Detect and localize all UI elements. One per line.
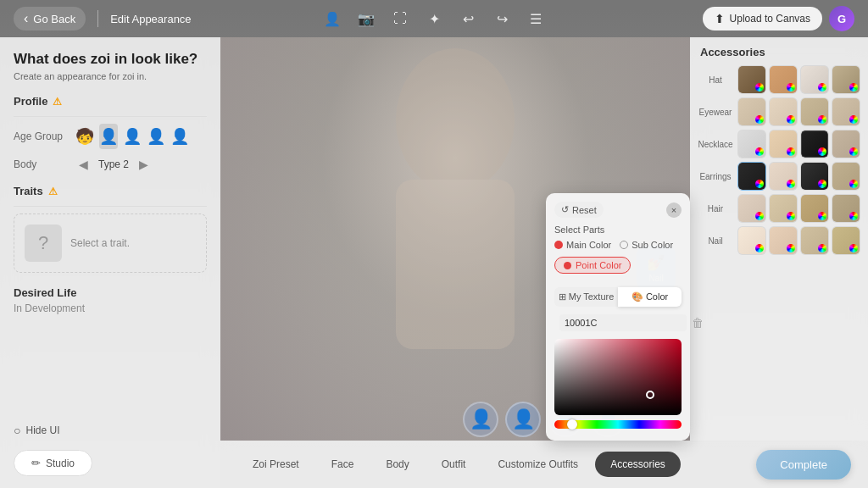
- studio-button[interactable]: ✏ Studio: [14, 450, 92, 476]
- top-divider: [97, 10, 98, 27]
- tab-texture-icon: ⊞: [559, 291, 566, 302]
- more-menu-icon[interactable]: ☰: [524, 7, 548, 30]
- select-parts-label: Select Parts: [554, 225, 682, 235]
- hair-option-1[interactable]: [737, 194, 766, 223]
- person-icon[interactable]: 👤: [320, 7, 344, 30]
- trait-icon: ?: [25, 225, 62, 262]
- undo-icon[interactable]: ↩: [456, 7, 480, 30]
- back-button[interactable]: ‹ Go Back: [14, 7, 86, 30]
- necklace-option-3[interactable]: [800, 130, 829, 158]
- color-hex-input[interactable]: [559, 314, 687, 331]
- eyewear-option-1[interactable]: [737, 97, 766, 126]
- body-next-button[interactable]: ▶: [136, 156, 152, 173]
- tab-zoi-preset[interactable]: Zoi Preset: [237, 452, 314, 477]
- upload-icon: ⬆: [715, 12, 725, 25]
- hat-option-1[interactable]: [737, 65, 766, 94]
- hair-option-2[interactable]: [769, 194, 798, 223]
- profile-section-header: Profile ⚠: [14, 95, 207, 108]
- color-reset-button[interactable]: ↺ Reset: [554, 202, 604, 218]
- tab-customize-outfits[interactable]: Customize Outfits: [482, 452, 593, 477]
- complete-label: Complete: [780, 458, 827, 471]
- parts-options: Main Color Sub Color: [554, 240, 682, 250]
- hue-thumb: [567, 419, 577, 430]
- age-figure-2[interactable]: 👤: [99, 124, 118, 149]
- age-figure-3[interactable]: 👤: [123, 124, 142, 149]
- hair-option-4[interactable]: [832, 194, 860, 223]
- traits-section: Traits ⚠ ? Select a trait.: [14, 185, 207, 273]
- trait-placeholder-text: Select a trait.: [70, 237, 130, 249]
- nail-option-3[interactable]: [800, 226, 829, 255]
- nail-options: [737, 226, 860, 255]
- necklace-option-1[interactable]: [737, 130, 766, 158]
- tab-body[interactable]: Body: [370, 452, 424, 477]
- eyewear-option-2[interactable]: [769, 97, 798, 126]
- traits-divider: [14, 206, 207, 207]
- svg-point-0: [396, 48, 515, 192]
- question-title: What does zoi in look like?: [14, 51, 207, 68]
- earrings-option-4[interactable]: [832, 162, 860, 191]
- hat-option-3[interactable]: [800, 65, 829, 94]
- main-color-option[interactable]: Main Color: [554, 240, 611, 250]
- upload-to-canvas-button[interactable]: ⬆ Upload to Canvas: [703, 7, 822, 30]
- trait-selector[interactable]: ? Select a trait.: [14, 214, 207, 273]
- hat-row: Hat: [697, 65, 861, 94]
- age-figure-4[interactable]: 👤: [147, 124, 165, 149]
- necklace-options: [737, 130, 860, 158]
- color-picker-close-button[interactable]: ×: [666, 202, 682, 218]
- avatar-preview-2[interactable]: 👤: [505, 402, 541, 437]
- body-prev-button[interactable]: ◀: [75, 156, 92, 173]
- complete-button[interactable]: Complete: [756, 450, 851, 480]
- earrings-option-3[interactable]: [800, 162, 829, 191]
- tab-face[interactable]: Face: [316, 452, 370, 477]
- eyewear-option-3[interactable]: [800, 97, 829, 126]
- age-group-row: Age Group 🧒 👤 👤 👤 👤: [14, 124, 207, 149]
- age-figure-1[interactable]: 🧒: [75, 124, 94, 149]
- point-color-dot: [564, 262, 571, 269]
- nail-label: Nail: [697, 236, 734, 246]
- hair-option-3[interactable]: [800, 194, 829, 223]
- hue-slider[interactable]: [554, 420, 682, 429]
- body-type-value: Type 2: [98, 158, 129, 170]
- age-group-selector: 🧒 👤 👤 👤 👤: [75, 124, 189, 149]
- expand-icon[interactable]: ⛶: [388, 7, 412, 30]
- point-color-tag[interactable]: Point Color: [554, 257, 631, 274]
- necklace-option-4[interactable]: [832, 130, 860, 158]
- earrings-option-1[interactable]: [737, 162, 766, 191]
- hat-option-2[interactable]: [769, 65, 798, 94]
- color-gradient-picker[interactable]: [554, 339, 682, 415]
- color-hex-row: 🗑: [554, 313, 682, 332]
- necklace-option-2[interactable]: [769, 130, 798, 158]
- magic-wand-icon[interactable]: ✦: [422, 7, 446, 30]
- tab-my-texture[interactable]: ⊞ My Texture: [554, 287, 618, 307]
- tab-outfit[interactable]: Outfit: [426, 452, 481, 477]
- camera-icon[interactable]: 📷: [354, 7, 378, 30]
- earrings-option-2[interactable]: [769, 162, 798, 191]
- accessories-title: Accessories: [697, 46, 861, 58]
- eyewear-option-4[interactable]: [832, 97, 860, 126]
- tab-color-icon: 🎨: [632, 291, 643, 302]
- age-figure-5[interactable]: 👤: [170, 124, 189, 149]
- top-tools: 👤 📷 ⛶ ✦ ↩ ↪ ☰: [320, 7, 548, 30]
- traits-header: Traits ⚠: [14, 185, 207, 197]
- point-color-label: Point Color: [576, 260, 621, 270]
- hide-ui-row[interactable]: ○ Hide UI: [14, 424, 59, 437]
- hide-ui-toggle[interactable]: ○: [14, 424, 20, 437]
- hat-option-4[interactable]: [832, 65, 860, 94]
- color-picker-header: ↺ Reset ×: [554, 202, 682, 218]
- body-label: Body: [14, 158, 69, 170]
- user-avatar[interactable]: G: [829, 6, 854, 31]
- earrings-options: [737, 162, 860, 191]
- redo-icon[interactable]: ↪: [490, 7, 514, 30]
- tab-accessories[interactable]: Accessories: [595, 452, 681, 477]
- upload-label: Upload to Canvas: [730, 13, 810, 25]
- nail-option-2[interactable]: [769, 226, 798, 255]
- sub-color-option[interactable]: Sub Color: [620, 240, 673, 250]
- delete-color-icon[interactable]: 🗑: [692, 316, 704, 330]
- earrings-row: Earrings: [697, 162, 861, 191]
- nail-option-1[interactable]: [737, 226, 766, 255]
- nail-option-4[interactable]: [832, 226, 860, 255]
- tab-color[interactable]: 🎨 Color: [618, 287, 682, 307]
- avatar-preview-1[interactable]: 👤: [463, 402, 498, 437]
- profile-warning-icon: ⚠: [53, 96, 62, 108]
- hide-ui-label: Hide UI: [25, 424, 59, 436]
